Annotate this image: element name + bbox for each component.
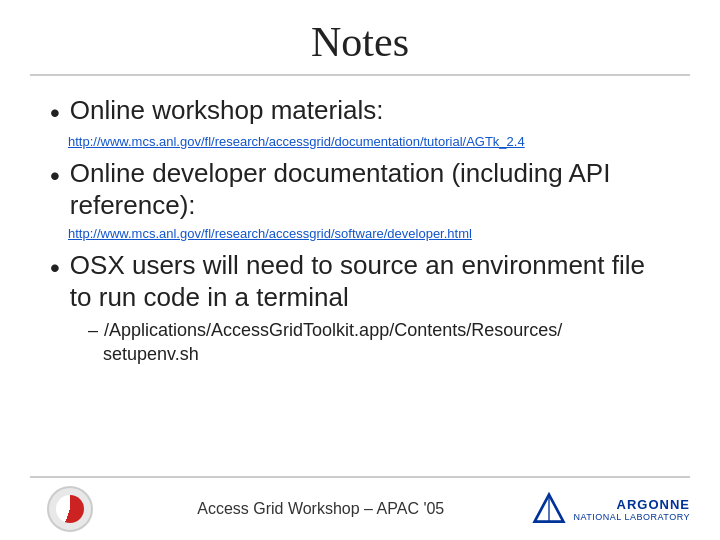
bullet-dot-3: • bbox=[50, 251, 60, 285]
slide-content: • Online workshop materials: http://www.… bbox=[0, 86, 720, 476]
bullet-item-1: • Online workshop materials: bbox=[50, 94, 670, 130]
slide-header: Notes bbox=[0, 0, 720, 74]
bullet-item-3: • OSX users will need to source an envir… bbox=[50, 249, 670, 314]
bullet-item-2: • Online developer documentation (includ… bbox=[50, 157, 670, 222]
slide-title: Notes bbox=[40, 18, 680, 66]
footer-center-text: Access Grid Workshop – APAC '05 bbox=[197, 500, 444, 518]
argonne-name: ARGONNE bbox=[617, 497, 690, 512]
top-divider bbox=[30, 74, 690, 76]
bullet-text-3: OSX users will need to source an environ… bbox=[70, 249, 670, 314]
argonne-subtitle: NATIONAL LABORATORY bbox=[573, 512, 690, 522]
link-2[interactable]: http://www.mcs.anl.gov/fl/research/acces… bbox=[68, 226, 670, 241]
bullet-text-2: Online developer documentation (includin… bbox=[70, 157, 670, 222]
link-1[interactable]: http://www.mcs.anl.gov/fl/research/acces… bbox=[68, 134, 670, 149]
slide-footer: Access Grid Workshop – APAC '05 ARGONNE … bbox=[0, 478, 720, 540]
bullet-dot-1: • bbox=[50, 96, 60, 130]
argonne-logo-text: ARGONNE NATIONAL LABORATORY bbox=[573, 497, 690, 522]
bullet-text-1: Online workshop materials: bbox=[70, 94, 384, 127]
swirl-graphic bbox=[56, 495, 84, 523]
footer-logo-left bbox=[30, 486, 110, 532]
bullet-dot-2: • bbox=[50, 159, 60, 193]
slide: Notes • Online workshop materials: http:… bbox=[0, 0, 720, 540]
argonne-triangle-icon bbox=[531, 491, 567, 527]
footer-logo-right: ARGONNE NATIONAL LABORATORY bbox=[531, 491, 690, 527]
futures-lab-logo bbox=[47, 486, 93, 532]
sub-bullet-text-1: –/Applications/AccessGridToolkit.app/Con… bbox=[88, 320, 562, 364]
sub-bullet-1: –/Applications/AccessGridToolkit.app/Con… bbox=[88, 318, 670, 367]
